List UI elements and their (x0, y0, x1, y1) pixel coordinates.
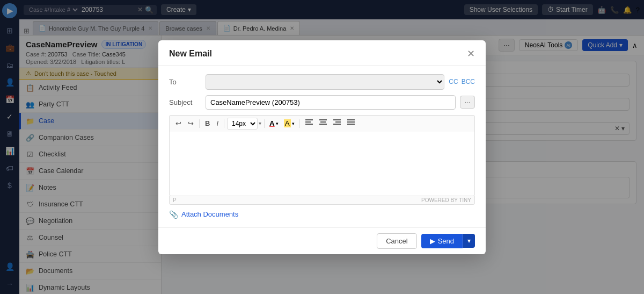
cancel-button[interactable]: Cancel (377, 233, 416, 249)
align-right-button[interactable] (331, 118, 343, 129)
cc-button[interactable]: CC (449, 78, 458, 85)
powered-by-label: POWERED BY TINY (421, 197, 471, 203)
subject-label: Subject (169, 98, 201, 106)
attach-label: Attach Documents (181, 210, 238, 218)
subject-input[interactable] (206, 95, 456, 110)
svg-rect-5 (319, 124, 327, 125)
to-select[interactable] (206, 74, 444, 90)
send-button-group: ▶ Send ▾ (421, 234, 475, 248)
send-dropdown-button[interactable]: ▾ (463, 234, 475, 248)
toolbar-sep-2 (224, 119, 224, 128)
subject-row: Subject ··· (169, 95, 475, 110)
align-left-button[interactable] (303, 118, 316, 129)
toolbar-sep-1 (199, 119, 200, 128)
font-color-chevron[interactable]: ▾ (276, 121, 279, 126)
align-justify-button[interactable] (345, 118, 357, 129)
send-button[interactable]: ▶ Send (421, 234, 463, 248)
rte-editor[interactable] (169, 132, 475, 196)
font-size-select[interactable]: 14px (227, 118, 258, 130)
modal-close-button[interactable]: ✕ (467, 49, 475, 59)
send-icon: ▶ (430, 237, 435, 245)
to-label: To (169, 78, 201, 86)
highlight-button[interactable]: A ▾ (282, 118, 297, 129)
svg-rect-2 (305, 124, 313, 125)
rte-footer: P POWERED BY TINY (169, 196, 475, 205)
modal-header: New Email ✕ (158, 40, 486, 66)
rte-toolbar: ↩ ↪ B I 14px ▾ A ▾ A (169, 115, 475, 132)
italic-button[interactable]: I (214, 118, 221, 129)
align-center-button[interactable] (317, 118, 330, 129)
svg-rect-4 (320, 121, 326, 123)
svg-rect-10 (347, 121, 355, 123)
modal-overlay: New Email ✕ To CC BCC Subject ··· ↩ ↪ (0, 0, 644, 294)
font-color-button[interactable]: A ▾ (267, 118, 281, 129)
redo-button[interactable]: ↪ (185, 118, 196, 129)
toolbar-sep-4 (299, 119, 300, 128)
attach-icon: 📎 (169, 210, 178, 219)
rte-container: ↩ ↪ B I 14px ▾ A ▾ A (169, 115, 475, 205)
svg-rect-3 (319, 119, 327, 120)
bcc-button[interactable]: BCC (462, 78, 475, 85)
svg-rect-1 (305, 121, 311, 123)
attach-documents-row[interactable]: 📎 Attach Documents (169, 210, 475, 219)
svg-rect-0 (305, 119, 313, 120)
new-email-modal: New Email ✕ To CC BCC Subject ··· ↩ ↪ (158, 40, 486, 254)
svg-rect-11 (347, 124, 355, 125)
undo-button[interactable]: ↩ (173, 118, 184, 129)
font-size-chevron[interactable]: ▾ (259, 120, 261, 126)
subject-icon-button[interactable]: ··· (460, 96, 475, 109)
svg-rect-9 (347, 119, 355, 120)
svg-rect-7 (335, 121, 341, 123)
to-row: To CC BCC (169, 74, 475, 90)
toolbar-sep-3 (264, 119, 265, 128)
cc-bcc-row: CC BCC (449, 78, 475, 85)
bold-button[interactable]: B (202, 118, 213, 129)
modal-body: To CC BCC Subject ··· ↩ ↪ B I (158, 66, 486, 227)
font-color-label: A (269, 119, 275, 127)
svg-rect-6 (333, 119, 341, 120)
rte-p-label: P (173, 197, 177, 203)
modal-title: New Email (169, 49, 212, 59)
highlight-label: A (284, 119, 291, 127)
modal-footer: Cancel ▶ Send ▾ (158, 227, 486, 254)
svg-rect-8 (333, 124, 341, 125)
highlight-chevron[interactable]: ▾ (292, 121, 295, 126)
